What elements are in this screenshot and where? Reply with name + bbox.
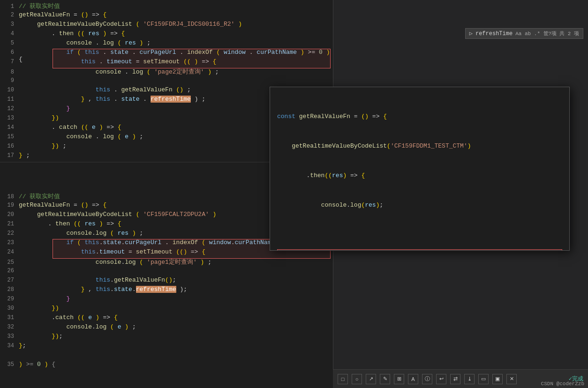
popup-line: console.log(res); [277,200,562,210]
toolbar-undo-btn[interactable]: ↩ [436,374,446,384]
code-line: 33 }); [0,333,333,342]
if-block-top: 6 if ( this . state . curPageUrl . index… [0,49,333,67]
code-line: 28 } , this.state.refreshTime ); [0,286,333,295]
code-line: 4 . then (( res ) => { [0,30,333,39]
code-line: 3 getRealtimeValueByCodeList ( 'CF159FDR… [0,21,333,30]
popup-code-content: const getRealValueFn = () => { getRealti… [270,87,569,251]
status-text: CSDN @coderZzb [541,381,584,387]
code-line: 8 console . log ( 'page2定时查询' ) ; [0,67,333,77]
popup-line: getRealtimeValueByCodeList('CF159FDDM1_T… [277,141,562,151]
code-line: 7 this . timeout = setTimeout (( ) => { [0,58,333,67]
toolbar-rect2-btn[interactable]: ▭ [478,374,489,384]
toolbar-exchange-btn[interactable]: ⇄ [450,374,460,384]
code-line: 6 if ( this . state . curPageUrl . index… [0,49,333,58]
toolbar-circle-btn[interactable]: ○ [352,374,362,384]
toolbar-bookmark-btn[interactable]: ▣ [492,374,503,384]
toolbar-pencil-btn[interactable]: ✎ [380,374,390,384]
toolbar-text-btn[interactable]: A [408,374,418,384]
search-arrow-icon: ▷ [469,30,473,37]
code-line: 30 }) [0,305,333,314]
popup-line: const getRealValueFn = () => { [277,112,562,121]
status-bar: CSDN @coderZzb [537,380,588,388]
popup-line-highlighted: if (curPageUrl.indexOf(window.curPathNam… [277,249,562,251]
code-line: 31 .catch (( e ) => { [0,314,333,323]
toolbar-grid-btn[interactable]: ⊞ [394,374,404,384]
popup-line: .then((res) => { [277,171,562,180]
search-options: Aa ab .* 筐?项 [515,30,557,37]
popup-card: const getRealValueFn = () => { getRealti… [270,87,570,251]
toolbar-close-btn[interactable]: ✕ [506,374,517,384]
code-line: 29 } [0,295,333,305]
toolbar-info-btn[interactable]: ⓘ [422,374,432,384]
code-line: 5 console . log ( res ) ; [0,39,333,49]
code-line: 32 console.log ( e ) ; [0,323,333,333]
search-query-text: refreshTime [475,30,513,37]
code-line: 25 console.log ( 'page1定时查询' ) ; [0,258,333,267]
toolbar-download-btn[interactable]: ⤓ [464,374,475,384]
code-line: 1 // 获取实时值 [0,2,333,11]
code-line: 2 getRealValueFn = () => { [0,11,333,21]
search-bar[interactable]: ▷ refreshTime Aa ab .* 筐?项 共 2 项 [465,28,583,39]
code-line: 9 [0,77,333,86]
code-line: 34 }; [0,342,333,351]
toolbar-rect-btn[interactable]: □ [338,374,348,384]
code-line: 35 ) >= 0 ) { [0,361,333,370]
toolbar-arrow-btn[interactable]: ↗ [366,374,376,384]
code-line: 27 this.getRealValueFn(); [0,276,333,286]
search-result-count: 共 2 项 [559,30,579,37]
code-line: 26 [0,267,333,276]
